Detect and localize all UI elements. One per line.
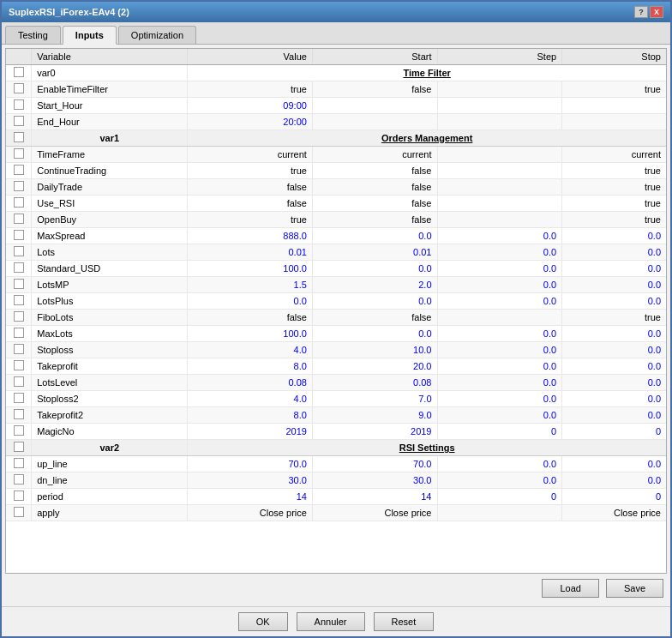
row-value-center: Time Filter bbox=[188, 65, 666, 81]
row-stop-cell: 0 bbox=[562, 489, 666, 505]
row-value-cell: 2019 bbox=[188, 424, 313, 440]
tab-testing[interactable]: Testing bbox=[5, 26, 61, 44]
table-row: TimeFrame current current current bbox=[6, 147, 666, 163]
row-checkbox[interactable] bbox=[14, 425, 24, 436]
row-var-cell: up_line bbox=[32, 456, 188, 472]
tab-optimization[interactable]: Optimization bbox=[118, 26, 196, 44]
row-stop-cell: Close price bbox=[562, 505, 666, 521]
row-checkbox[interactable] bbox=[14, 197, 24, 208]
row-checkbox[interactable] bbox=[14, 409, 24, 419]
row-start-cell: 0.01 bbox=[312, 244, 437, 261]
row-checkbox[interactable] bbox=[14, 148, 24, 159]
row-step-cell: 0.0 bbox=[437, 326, 562, 342]
row-checkbox[interactable] bbox=[14, 328, 24, 338]
row-checkbox-cell bbox=[6, 147, 32, 163]
help-button[interactable]: ? bbox=[634, 6, 648, 18]
row-checkbox[interactable] bbox=[14, 214, 24, 224]
row-var-cell: End_Hour bbox=[32, 114, 188, 130]
row-checkbox[interactable] bbox=[14, 165, 24, 175]
row-stop-cell: true bbox=[562, 310, 666, 326]
row-checkbox-cell bbox=[6, 326, 32, 342]
load-button[interactable]: Load bbox=[542, 579, 598, 598]
row-checkbox[interactable] bbox=[14, 279, 24, 289]
window-title: SuplexRSI_iForex-EAv4 (2) bbox=[9, 7, 129, 17]
row-checkbox[interactable] bbox=[14, 116, 24, 126]
row-start-cell: false bbox=[312, 179, 437, 196]
row-stop-cell: true bbox=[562, 179, 666, 196]
row-stop-cell: 0.0 bbox=[562, 342, 666, 358]
row-start-cell bbox=[312, 114, 437, 130]
row-checkbox[interactable] bbox=[14, 311, 24, 322]
row-stop-cell: 0.0 bbox=[562, 472, 666, 489]
row-checkbox[interactable] bbox=[14, 491, 24, 501]
col-header-start: Start bbox=[312, 49, 437, 65]
row-checkbox[interactable] bbox=[14, 181, 24, 191]
table-row: EnableTimeFilter true false true bbox=[6, 81, 666, 98]
row-checkbox[interactable] bbox=[14, 262, 24, 273]
row-var-cell: Takeprofit2 bbox=[32, 407, 188, 424]
table-row: period 14 14 0 0 bbox=[6, 489, 666, 505]
row-checkbox[interactable] bbox=[14, 376, 24, 387]
save-button[interactable]: Save bbox=[606, 579, 663, 598]
row-value-cell: 888.0 bbox=[188, 228, 313, 244]
row-checkbox[interactable] bbox=[14, 230, 24, 240]
row-value-cell: true bbox=[188, 163, 313, 179]
row-var-cell: ContinueTrading bbox=[32, 163, 188, 179]
row-start-cell: 70.0 bbox=[312, 456, 437, 472]
row-stop-cell: true bbox=[562, 212, 666, 228]
row-checkbox[interactable] bbox=[14, 507, 24, 517]
row-checkbox[interactable] bbox=[14, 295, 24, 305]
row-checkbox[interactable] bbox=[14, 67, 24, 77]
table-row: DailyTrade false false true bbox=[6, 179, 666, 196]
row-stop-cell: 0 bbox=[562, 424, 666, 440]
row-checkbox[interactable] bbox=[14, 83, 24, 93]
row-var-cell: Start_Hour bbox=[32, 98, 188, 114]
row-checkbox-cell bbox=[6, 277, 32, 293]
row-checkbox-cell bbox=[6, 407, 32, 424]
table-row: MaxSpread 888.0 0.0 0.0 0.0 bbox=[6, 228, 666, 244]
row-var-cell: Stoploss2 bbox=[32, 391, 188, 407]
table-row: Lots 0.01 0.01 0.0 0.0 bbox=[6, 244, 666, 261]
row-value-cell: 70.0 bbox=[188, 456, 313, 472]
row-step-cell: 0.0 bbox=[437, 244, 562, 261]
row-checkbox[interactable] bbox=[14, 474, 24, 485]
row-start-cell: 2.0 bbox=[312, 277, 437, 293]
table-row: LotsMP 1.5 2.0 0.0 0.0 bbox=[6, 277, 666, 293]
row-checkbox[interactable] bbox=[14, 360, 24, 370]
row-checkbox[interactable] bbox=[14, 393, 24, 403]
row-checkbox[interactable] bbox=[14, 344, 24, 354]
row-start-cell: 0.0 bbox=[312, 261, 437, 277]
row-checkbox[interactable] bbox=[14, 442, 24, 452]
row-checkbox[interactable] bbox=[14, 246, 24, 256]
row-checkbox[interactable] bbox=[14, 132, 24, 142]
row-start-cell: false bbox=[312, 196, 437, 212]
row-step-cell bbox=[437, 212, 562, 228]
row-checkbox[interactable] bbox=[14, 99, 24, 110]
col-header-variable: Variable bbox=[32, 49, 188, 65]
row-value-cell: 0.01 bbox=[188, 244, 313, 261]
row-stop-cell: 0.0 bbox=[562, 407, 666, 424]
footer-buttons: Load Save bbox=[5, 574, 667, 603]
row-stop-cell: true bbox=[562, 196, 666, 212]
table-row: LotsPlus 0.0 0.0 0.0 0.0 bbox=[6, 293, 666, 310]
row-value-cell: 4.0 bbox=[188, 342, 313, 358]
row-checkbox[interactable] bbox=[14, 458, 24, 468]
row-stop-cell: 0.0 bbox=[562, 391, 666, 407]
row-value-cell: 0.08 bbox=[188, 375, 313, 391]
row-var-cell: MaxLots bbox=[32, 326, 188, 342]
close-button[interactable]: X bbox=[650, 6, 663, 18]
row-var-cell: Use_RSI bbox=[32, 196, 188, 212]
row-value-cell: 8.0 bbox=[188, 407, 313, 424]
row-value-cell: 1.5 bbox=[188, 277, 313, 293]
reset-button[interactable]: Reset bbox=[374, 612, 435, 631]
row-value-cell: current bbox=[188, 147, 313, 163]
table-row: Standard_USD 100.0 0.0 0.0 0.0 bbox=[6, 261, 666, 277]
row-value-cell: 20:00 bbox=[188, 114, 313, 130]
row-checkbox-cell bbox=[6, 489, 32, 505]
tab-inputs[interactable]: Inputs bbox=[63, 26, 117, 45]
row-checkbox-cell bbox=[6, 114, 32, 130]
table-row: FiboLots false false true bbox=[6, 310, 666, 326]
ok-button[interactable]: OK bbox=[238, 612, 288, 631]
cancel-button[interactable]: Annuler bbox=[297, 612, 365, 631]
row-start-cell: 14 bbox=[312, 489, 437, 505]
